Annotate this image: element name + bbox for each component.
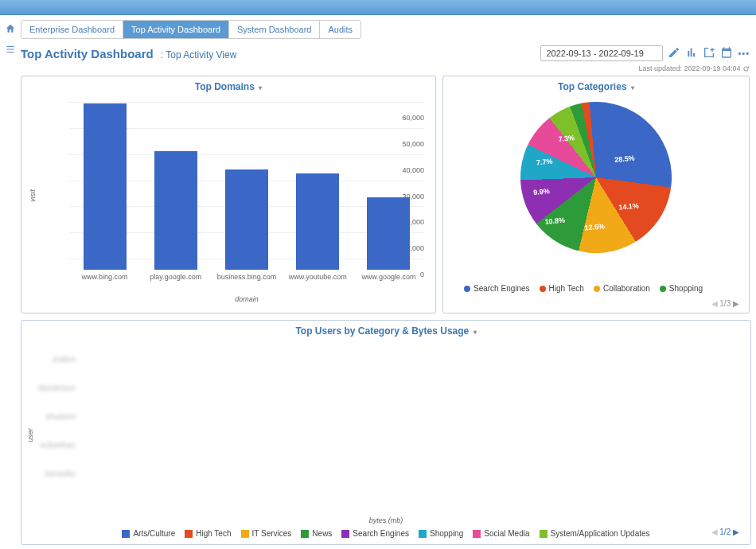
legend-item[interactable]: Search Engines: [341, 529, 409, 538]
top-domains-chart: visit domain 010,00020,00030,00040,00050…: [69, 102, 424, 281]
app-header-bar: [0, 0, 756, 15]
pie-slice-label: 9.9%: [533, 187, 550, 197]
pie-slice-label: 7.7%: [536, 158, 553, 167]
side-nav: [0, 15, 21, 549]
legend-item[interactable]: News: [301, 529, 332, 538]
legend-item[interactable]: Collaboration: [594, 284, 650, 293]
tab-audits[interactable]: Audits: [320, 21, 360, 38]
x-tick: www.google.com: [353, 273, 424, 281]
x-axis-label: bytes (mb): [21, 516, 750, 524]
prev-icon[interactable]: ◀: [711, 528, 718, 536]
legend-item[interactable]: Arts/Culture: [122, 529, 175, 538]
pie-slice-label: 7.3%: [558, 134, 575, 143]
bar[interactable]: [225, 169, 268, 271]
users-legend: ◀ 1/2 ▶ Arts/CultureHigh TechIT Services…: [21, 524, 750, 544]
user-label: danderson: [31, 384, 76, 392]
legend-pager: ◀ 1/2 ▶: [711, 528, 739, 536]
refresh-icon[interactable]: [742, 64, 750, 72]
legend-item[interactable]: Search Engines: [464, 284, 530, 293]
user-label: jcallon: [31, 355, 76, 364]
top-categories-panel: Top Categories ▾ 28.5%14.1%12.5%10.8%9.9…: [442, 76, 750, 313]
legend-item[interactable]: High Tech: [540, 284, 584, 293]
panel-title[interactable]: Top Categories ▾: [443, 76, 749, 97]
top-domains-panel: Top Domains ▾ visit domain 010,00020,000…: [21, 76, 436, 313]
legend-item[interactable]: High Tech: [185, 529, 231, 538]
x-tick: www.youtube.com: [282, 273, 353, 281]
next-icon[interactable]: ▶: [733, 299, 739, 308]
bar[interactable]: [84, 103, 127, 270]
pie-slice-label: 10.8%: [544, 216, 565, 226]
more-icon[interactable]: •••: [738, 49, 750, 58]
x-tick: www.bing.com: [69, 273, 141, 281]
prev-icon[interactable]: ◀: [711, 299, 718, 308]
page-title: Top Activity Dashboard: [21, 47, 154, 60]
x-tick: play.google.com: [140, 273, 212, 281]
legend-item[interactable]: Social Media: [473, 529, 529, 538]
edit-icon[interactable]: [668, 46, 680, 60]
x-axis-label: domain: [69, 295, 424, 303]
pie-slice-label: 14.1%: [618, 202, 639, 212]
pie-legend: Search EnginesHigh TechCollaborationShop…: [443, 281, 749, 298]
y-axis-label: visit: [29, 189, 37, 202]
bar[interactable]: [296, 173, 339, 270]
user-label: henedito: [31, 469, 76, 478]
toolbar: •••: [540, 45, 750, 61]
chevron-down-icon: ▾: [259, 84, 262, 92]
legend-item[interactable]: System/Application Updates: [540, 529, 650, 538]
bar[interactable]: [154, 151, 197, 270]
user-label: shudson: [31, 412, 76, 421]
top-categories-chart: 28.5%14.1%12.5%10.8%9.9%7.7%7.3%: [514, 95, 678, 259]
legend-item[interactable]: Shopping: [419, 529, 463, 538]
x-tick: business.bing.com: [211, 273, 283, 281]
chevron-down-icon: ▾: [631, 84, 634, 92]
tab-enterprise[interactable]: Enterprise Dashboard: [21, 21, 123, 38]
pie-slice-label: 12.5%: [584, 222, 605, 232]
legend-item[interactable]: Shopping: [660, 284, 703, 293]
date-range-input[interactable]: [540, 45, 663, 61]
list-icon[interactable]: [5, 44, 16, 56]
legend-pager: ◀ 1/3 ▶: [711, 299, 739, 308]
next-icon[interactable]: ▶: [733, 528, 739, 536]
schedule-icon[interactable]: [720, 46, 733, 60]
chevron-down-icon: ▾: [473, 329, 477, 336]
panel-title[interactable]: Top Users by Category & Bytes Usage ▾: [21, 321, 750, 341]
add-chart-icon[interactable]: [703, 46, 715, 60]
user-label: ecbeehan: [31, 441, 76, 450]
bar[interactable]: [367, 197, 410, 270]
home-icon[interactable]: [5, 23, 16, 36]
panel-title[interactable]: Top Domains ▾: [21, 76, 435, 97]
tab-top-activity[interactable]: Top Activity Dashboard: [123, 21, 229, 38]
top-users-chart: user jcallondandersonshudsonecbeehanhene…: [85, 348, 727, 515]
tab-bar: Enterprise DashboardTop Activity Dashboa…: [21, 20, 361, 39]
page-subtitle: : Top Activity View: [161, 49, 237, 60]
legend-item[interactable]: IT Services: [241, 529, 292, 538]
last-updated: Last updated: 2022-09-19 04:04: [21, 64, 750, 72]
chart-settings-icon[interactable]: [685, 46, 698, 60]
pie-slice-label: 28.5%: [614, 154, 635, 164]
tab-system[interactable]: System Dashboard: [229, 21, 321, 38]
top-users-panel: Top Users by Category & Bytes Usage ▾ us…: [21, 320, 751, 545]
